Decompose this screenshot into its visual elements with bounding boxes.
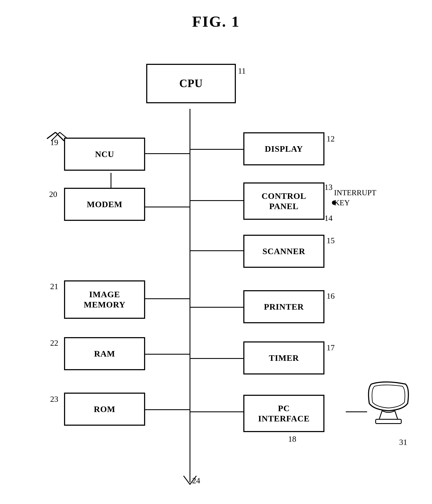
image-memory-number: 21 (50, 282, 58, 291)
pc-shape (367, 380, 423, 440)
scanner-number: 15 (327, 236, 335, 245)
rom-number: 23 (50, 394, 58, 404)
display-number: 12 (327, 134, 335, 143)
cpu-box: CPU (146, 64, 236, 103)
ram-number: 22 (50, 338, 58, 348)
scanner-box: SCANNER (243, 235, 324, 268)
svg-rect-17 (376, 419, 401, 423)
display-box: DISPLAY (243, 132, 324, 165)
control-panel-box: CONTROL PANEL (243, 182, 324, 220)
rom-box: ROM (64, 393, 145, 426)
modem-number: 20 (49, 189, 57, 199)
svg-line-18 (55, 132, 64, 141)
printer-box: PRINTER (243, 290, 324, 323)
pc-interface-box: PC INTERFACE (243, 395, 324, 432)
timer-number: 17 (327, 343, 335, 352)
page-title: FIG. 1 (192, 13, 240, 30)
interrupt-key-number: 14 (324, 213, 332, 223)
pc-interface-number: 18 (288, 434, 296, 444)
ram-box: RAM (64, 337, 145, 370)
phone-line-indicator (43, 124, 68, 145)
bus-number: 24 (192, 476, 200, 485)
pc-number: 31 (399, 437, 407, 447)
printer-number: 16 (327, 291, 335, 301)
image-memory-box: IMAGE MEMORY (64, 280, 145, 319)
timer-box: TIMER (243, 342, 324, 375)
diagram: FIG. 1 (0, 0, 432, 504)
interrupt-key-dot (332, 201, 336, 205)
ncu-box: NCU (64, 138, 145, 171)
modem-box: MODEM (64, 188, 145, 221)
svg-line-19 (47, 132, 55, 139)
cpu-label: 11 (238, 66, 246, 76)
control-panel-number: 13 (324, 182, 332, 192)
interrupt-key-label: INTERRUPTKEY (334, 188, 376, 208)
